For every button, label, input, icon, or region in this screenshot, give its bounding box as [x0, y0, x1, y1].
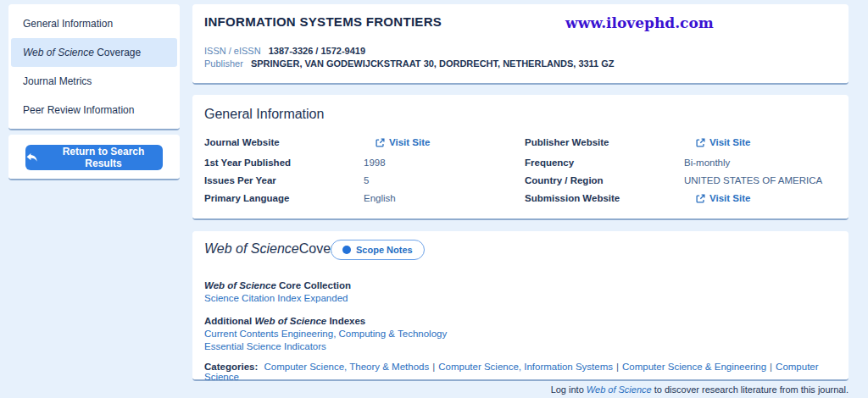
first-year-label: 1st Year Published: [204, 158, 364, 168]
primary-language-label: Primary Language: [204, 193, 364, 203]
issues-per-year-label: Issues Per Year: [204, 175, 364, 185]
publisher-row: Publisher SPRINGER, VAN GODEWIJCKSTRAAT …: [204, 58, 615, 69]
external-link-icon: [696, 138, 705, 147]
category-separator: |: [770, 362, 772, 372]
first-year-row: 1st Year Published 1998: [204, 158, 520, 170]
issn-label: ISSN / eISSN: [204, 46, 261, 56]
return-to-search-results-button[interactable]: Return to Search Results: [25, 145, 163, 170]
publisher-website-label: Publisher Website: [525, 137, 684, 147]
publisher-website-visit-link[interactable]: Visit Site: [684, 137, 750, 147]
category-separator: |: [616, 362, 619, 372]
issn-value: 1387-3326 / 1572-9419: [269, 46, 365, 56]
general-info-left-column: Journal Website Visit Site 1st Year Publ…: [204, 137, 520, 211]
external-link-icon: [376, 138, 385, 147]
first-year-value: 1998: [364, 158, 386, 168]
scope-notes-button[interactable]: Scope Notes: [331, 240, 425, 260]
external-link-icon: [696, 194, 705, 203]
category-separator: |: [432, 362, 435, 372]
wos-coverage-heading-italic: Web of Science: [204, 241, 299, 257]
sidebar-item-wos-coverage-italic: Web of Science: [23, 47, 94, 58]
country-region-value: UNITED STATES OF AMERICA: [684, 175, 822, 185]
submission-website-label: Submission Website: [525, 193, 684, 203]
country-region-row: Country / Region UNITED STATES OF AMERIC…: [525, 175, 840, 188]
publisher-value: SPRINGER, VAN GODEWIJCKSTRAAT 30, DORDRE…: [251, 58, 615, 69]
journal-website-row: Journal Website Visit Site: [204, 137, 520, 150]
publisher-website-visit-label: Visit Site: [709, 137, 750, 147]
current-contents-link[interactable]: Current Contents Engineering, Computing …: [204, 328, 447, 340]
additional-indexes-post: Indexes: [326, 316, 365, 326]
issues-per-year-row: Issues Per Year 5: [204, 175, 520, 188]
journal-title: INFORMATION SYSTEMS FRONTIERS: [204, 14, 837, 29]
journal-website-visit-label: Visit Site: [389, 137, 430, 147]
additional-indexes-italic: Web of Science: [254, 316, 326, 326]
submission-website-visit-label: Visit Site: [709, 193, 750, 203]
journal-website-label: Journal Website: [204, 137, 364, 147]
return-button-label: Return to Search Results: [44, 146, 163, 169]
sidebar-item-wos-coverage[interactable]: Web of Science Coverage: [11, 38, 177, 67]
additional-indexes-block: Additional Web of Science Indexes Curren…: [204, 315, 447, 352]
issn-row: ISSN / eISSN 1387-3326 / 1572-9419: [204, 45, 365, 57]
sidebar-item-wos-coverage-rest: Coverage: [94, 47, 141, 58]
general-information-card: General Information Journal Website Visi…: [192, 95, 849, 220]
frequency-value: Bi-monthly: [684, 158, 730, 168]
core-collection-block: Web of Science Core Collection Science C…: [204, 279, 351, 304]
journal-website-visit-link[interactable]: Visit Site: [364, 137, 430, 147]
core-collection-subheading: Web of Science Core Collection: [204, 279, 351, 291]
wos-coverage-card: Web of Science Coverage Scope Notes Web …: [192, 231, 849, 381]
submission-website-visit-link[interactable]: Visit Site: [684, 193, 750, 203]
primary-language-value: English: [364, 193, 396, 203]
categories-row: Categories: Computer Science, Theory & M…: [204, 362, 849, 382]
footer-wos-link[interactable]: Web of Science: [587, 384, 652, 395]
primary-language-row: Primary Language English: [204, 193, 520, 206]
category-link-information-systems[interactable]: Computer Science, Information Systems: [438, 362, 613, 372]
watermark-text: www.ilovephd.com: [565, 14, 714, 31]
science-citation-index-link[interactable]: Science Citation Index Expanded: [204, 292, 351, 304]
journal-header-card: INFORMATION SYSTEMS FRONTIERS ISSN / eIS…: [192, 4, 849, 85]
scope-notes-icon: [342, 246, 351, 254]
issues-per-year-value: 5: [364, 175, 369, 185]
page-footer: Log into Web of Science to discover rese…: [192, 384, 849, 395]
general-information-heading: General Information: [204, 107, 324, 122]
category-link-engineering[interactable]: Computer Science & Engineering: [622, 362, 766, 372]
additional-indexes-subheading: Additional Web of Science Indexes: [204, 315, 447, 327]
scope-notes-label: Scope Notes: [356, 245, 413, 255]
footer-text-post: to discover research literature from thi…: [652, 384, 849, 395]
essential-science-indicators-link[interactable]: Essential Science Indicators: [204, 340, 447, 352]
categories-label: Categories:: [204, 362, 258, 372]
publisher-label: Publisher: [204, 58, 243, 69]
additional-indexes-pre: Additional: [204, 316, 254, 326]
frequency-label: Frequency: [525, 158, 684, 168]
sidebar-item-journal-metrics[interactable]: Journal Metrics: [11, 67, 177, 96]
publisher-website-row: Publisher Website Visit Site: [525, 137, 840, 150]
footer-text-pre: Log into: [551, 384, 587, 395]
frequency-row: Frequency Bi-monthly: [525, 158, 840, 170]
sidebar-item-peer-review[interactable]: Peer Review Information: [11, 96, 177, 124]
sidebar-nav: General Information Web of Science Cover…: [8, 4, 180, 130]
core-collection-subheading-italic: Web of Science: [204, 280, 276, 290]
sidebar-item-general-information[interactable]: General Information: [11, 9, 177, 38]
category-link-theory-methods[interactable]: Computer Science, Theory & Methods: [264, 362, 429, 372]
country-region-label: Country / Region: [525, 175, 684, 185]
return-button-card: Return to Search Results: [8, 135, 180, 180]
back-arrow-icon: [25, 152, 38, 163]
submission-website-row: Submission Website Visit Site: [525, 193, 840, 206]
general-info-right-column: Publisher Website Visit Site Frequency B…: [525, 137, 840, 211]
core-collection-subheading-rest: Core Collection: [276, 280, 351, 290]
